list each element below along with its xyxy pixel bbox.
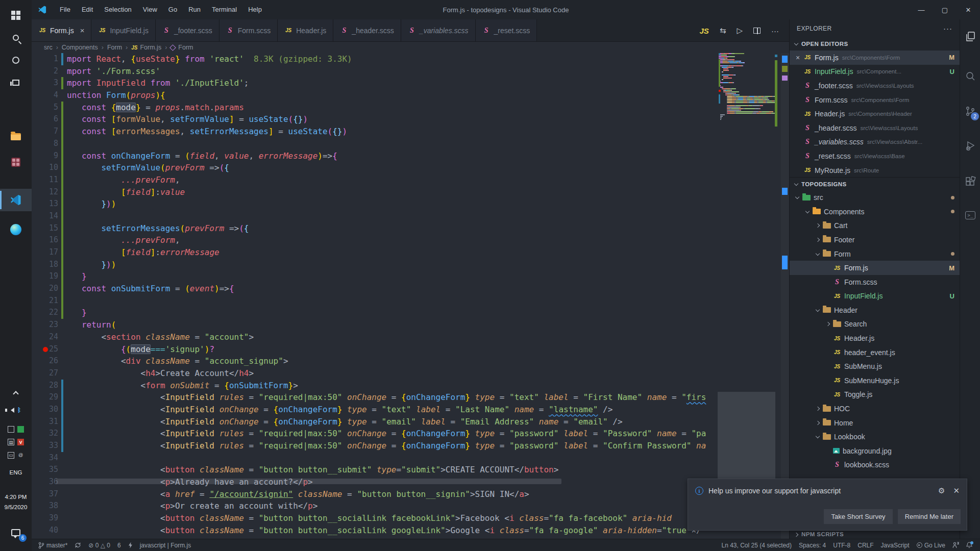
go-live[interactable]: Go Live	[913, 542, 949, 549]
clock-time[interactable]: 4:20 PM	[0, 494, 32, 500]
close-icon[interactable]: ✕	[953, 486, 960, 495]
line-number[interactable]: 40	[32, 524, 58, 537]
maximize-button[interactable]: ▢	[933, 0, 957, 19]
menu-run[interactable]: Run	[183, 0, 206, 19]
breadcrumb-item-Form.js[interactable]: Form.js	[140, 44, 161, 51]
tree-file-Toggle.js[interactable]: JSToggle.js	[790, 388, 960, 402]
breadcrumb-item-Components[interactable]: Components	[62, 44, 98, 51]
code-line-12[interactable]: 12 [field]:value	[32, 186, 719, 198]
tree-folder-src[interactable]: src	[790, 190, 960, 205]
tab-_header.scss[interactable]: S_header.scss	[333, 19, 401, 41]
explorer-view-icon[interactable]	[960, 26, 980, 48]
tree-file-SubMenuHuge.js[interactable]: JSSubMenuHuge.js	[790, 373, 960, 388]
language-mode[interactable]: JavaScript	[877, 542, 913, 549]
tree-file-header_event.js[interactable]: JSheader_event.js	[790, 345, 960, 360]
code-line-25[interactable]: 25 {(mode==='signup')?	[32, 343, 719, 356]
horizontal-scrollbar[interactable]	[56, 479, 561, 484]
line-number[interactable]: 39	[32, 512, 58, 524]
line-number[interactable]: 20	[32, 283, 58, 295]
menu-help[interactable]: Help	[242, 0, 267, 19]
tree-file-background.jpg[interactable]: background.jpg	[790, 444, 960, 458]
code-line-20[interactable]: 20 const onSubmitForm = (event)=>{	[32, 283, 719, 295]
vertical-scrollbar[interactable]	[781, 53, 789, 539]
code-line-26[interactable]: 26 <div className = "account_signup">	[32, 355, 719, 367]
open-editor-item[interactable]: S_header.scsssrc\View\scss\Layouts	[790, 121, 960, 135]
taskbar-search-icon[interactable]	[0, 27, 32, 49]
line-number[interactable]: 24	[32, 331, 58, 343]
close-editor-icon[interactable]: ×	[794, 54, 802, 62]
show-hidden-icons[interactable]	[0, 388, 32, 400]
tree-file-SubMenu.js[interactable]: JSSubMenu.js	[790, 359, 960, 373]
counter-badge[interactable]: 6	[114, 542, 125, 549]
active-file-info[interactable]: javascript | Form.js	[136, 542, 194, 549]
volume-bluetooth-tray[interactable]: ᛒ	[0, 403, 32, 417]
line-number[interactable]: 34	[32, 452, 58, 464]
minimize-button[interactable]: —	[910, 0, 933, 19]
tab-Form.js[interactable]: JSForm.js×	[32, 19, 91, 41]
menu-edit[interactable]: Edit	[76, 0, 99, 19]
line-number[interactable]: 14	[32, 210, 58, 222]
line-number[interactable]: 1	[32, 53, 58, 65]
code-line-14[interactable]: 14	[32, 210, 719, 222]
line-number[interactable]: 22	[32, 307, 58, 319]
language-indicator[interactable]: ENG	[0, 469, 32, 475]
close-button[interactable]: ✕	[957, 0, 980, 19]
open-editor-item[interactable]: S_reset.scsssrc\View\scss\Base	[790, 149, 960, 163]
edge-browser-icon[interactable]	[0, 218, 32, 241]
tree-folder-Components[interactable]: Components	[790, 205, 960, 219]
tree-file-Header.js[interactable]: JSHeader.js	[790, 331, 960, 345]
close-tab-icon[interactable]: ×	[80, 26, 85, 35]
line-number[interactable]: 35	[32, 464, 58, 476]
indentation[interactable]: Spaces: 4	[795, 542, 829, 549]
line-number[interactable]: 26	[32, 355, 58, 367]
open-editor-item[interactable]: S_footer.scsssrc\View\scss\Layouts	[790, 79, 960, 93]
line-number[interactable]: 15	[32, 222, 58, 235]
code-line-30[interactable]: 30 <InputField onChange = {onChangeForm}…	[32, 404, 719, 416]
tab-Form.scss[interactable]: SForm.scss	[219, 19, 278, 41]
code-line-16[interactable]: 16 ...prevForm,	[32, 234, 719, 246]
code-line-34[interactable]: 34	[32, 452, 719, 464]
feedback[interactable]	[949, 542, 963, 549]
project-section-header[interactable]: TOPODESIGNS	[790, 177, 960, 190]
line-number[interactable]: 31	[32, 416, 58, 428]
run-debug-view-icon[interactable]	[960, 135, 980, 157]
line-number[interactable]: 32	[32, 428, 58, 440]
source-control-view-icon[interactable]: 2	[960, 100, 980, 122]
open-editor-item[interactable]: JSInputField.jssrc\Component...U	[790, 65, 960, 79]
problems[interactable]: ⊘ 0 △ 0	[85, 542, 114, 549]
code-line-8[interactable]: 8	[32, 138, 719, 150]
npm-scripts-section-header[interactable]: NPM SCRIPTS	[790, 531, 844, 539]
code-line-13[interactable]: 13 }))	[32, 198, 719, 210]
line-number[interactable]: 9	[32, 150, 58, 162]
tree-folder-Form[interactable]: Form	[790, 247, 960, 261]
tab-_footer.scss[interactable]: S_footer.scss	[156, 19, 219, 41]
tree-folder-Home[interactable]: Home	[790, 416, 960, 430]
code-line-1[interactable]: 1mport React, {useState} from 'react' 8.…	[32, 53, 719, 65]
start-menu-icon[interactable]	[0, 4, 32, 27]
code-line-24[interactable]: 24 <section className = "account">	[32, 331, 719, 343]
line-number[interactable]: 16	[32, 234, 58, 246]
tree-folder-Header[interactable]: Header	[790, 303, 960, 317]
line-number[interactable]: 17	[32, 246, 58, 259]
clock-date[interactable]: 9/5/2020	[0, 504, 32, 510]
sync-button[interactable]	[71, 542, 85, 549]
line-number[interactable]: 28	[32, 380, 58, 392]
line-number[interactable]: 19	[32, 270, 58, 283]
open-editors-section-header[interactable]: OPEN EDITORS	[790, 37, 960, 51]
code-line-23[interactable]: 23 return(	[32, 319, 719, 331]
tree-file-lookbook.scss[interactable]: Slookbook.scss	[790, 458, 960, 472]
code-line-39[interactable]: 39 <button className = "button button__s…	[32, 512, 719, 524]
file-explorer-icon[interactable]	[0, 126, 32, 148]
tree-folder-Cart[interactable]: Cart	[790, 219, 960, 233]
tab-Header.js[interactable]: JSHeader.js	[278, 19, 333, 41]
cortana-icon[interactable]	[0, 49, 32, 71]
line-number[interactable]: 5	[32, 102, 58, 114]
code-line-38[interactable]: 38 <p>Or create an account with</p>	[32, 500, 719, 512]
menu-terminal[interactable]: Terminal	[206, 0, 242, 19]
line-number[interactable]: 2	[32, 65, 58, 78]
split-editor-icon[interactable]	[753, 28, 761, 34]
line-number[interactable]: 3	[32, 77, 58, 89]
code-line-35[interactable]: 35 <button className = "button button__s…	[32, 464, 719, 476]
notification-button-remind-me-later[interactable]: Remind Me later	[898, 509, 961, 524]
tree-file-Form.js[interactable]: JSForm.jsM	[790, 261, 960, 275]
